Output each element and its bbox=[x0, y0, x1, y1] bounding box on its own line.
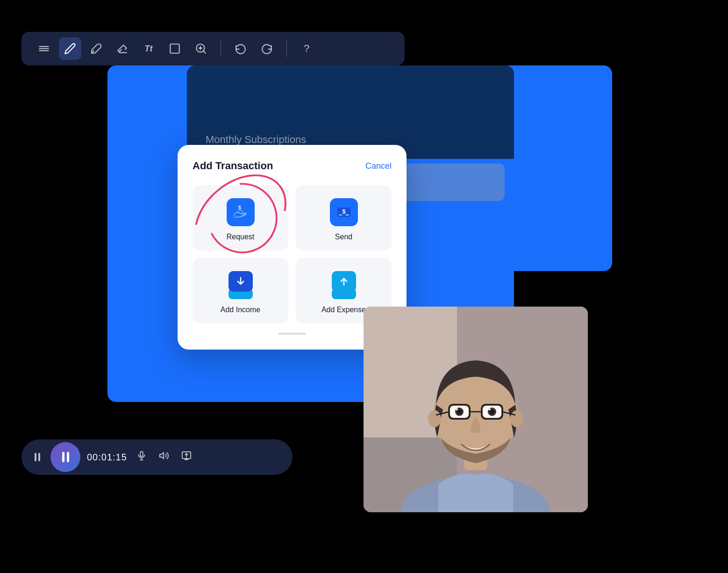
svg-point-24 bbox=[456, 408, 458, 410]
eraser-tool-button[interactable] bbox=[111, 37, 134, 60]
add-expense-label: Add Expense bbox=[321, 306, 366, 314]
undo-button[interactable] bbox=[229, 37, 252, 60]
svg-text:$: $ bbox=[238, 205, 241, 210]
svg-rect-9 bbox=[233, 213, 236, 217]
svg-rect-34 bbox=[140, 451, 143, 457]
monthly-subscriptions-title: Monthly Subscriptions bbox=[206, 134, 306, 146]
brush-tool-button[interactable] bbox=[85, 37, 107, 60]
svg-line-6 bbox=[203, 51, 206, 53]
request-icon-box: $ bbox=[227, 198, 255, 226]
zoom-tool-button[interactable] bbox=[190, 37, 212, 60]
svg-point-20 bbox=[510, 410, 523, 427]
microphone-button[interactable] bbox=[134, 448, 150, 466]
playback-timestamp: 00:01:15 bbox=[87, 452, 127, 463]
speaker-icon bbox=[159, 451, 169, 461]
income-icon-top bbox=[228, 271, 253, 292]
add-expense-icon-container bbox=[329, 271, 359, 299]
divider-1 bbox=[221, 40, 221, 57]
speaker-button[interactable] bbox=[156, 448, 172, 466]
scroll-indicator bbox=[278, 333, 306, 335]
mini-pause-button[interactable] bbox=[29, 449, 46, 466]
svg-point-27 bbox=[490, 409, 494, 414]
svg-point-19 bbox=[428, 410, 441, 427]
microphone-icon bbox=[136, 451, 147, 461]
cancel-button[interactable]: Cancel bbox=[365, 161, 392, 171]
request-option[interactable]: $ Request bbox=[193, 185, 288, 251]
modal-title: Add Transaction bbox=[193, 160, 273, 172]
pause-bar-2 bbox=[67, 452, 69, 462]
presenter-illustration bbox=[364, 307, 588, 512]
presenter-video bbox=[364, 307, 588, 512]
pause-icon bbox=[62, 452, 69, 462]
svg-rect-4 bbox=[170, 44, 179, 53]
modal-header: Add Transaction Cancel bbox=[193, 160, 392, 172]
pause-bar-1 bbox=[62, 452, 64, 462]
circle-annotation bbox=[186, 179, 295, 257]
add-income-option[interactable]: Add Income bbox=[193, 258, 288, 323]
playback-bar: 00:01:15 bbox=[21, 439, 293, 475]
request-label: Request bbox=[227, 233, 255, 241]
svg-marker-37 bbox=[160, 453, 164, 459]
pause-bar-left bbox=[35, 453, 36, 461]
pause-bar-right bbox=[38, 453, 40, 461]
redo-button[interactable] bbox=[256, 37, 278, 60]
send-label: Send bbox=[335, 233, 352, 241]
share-screen-button[interactable] bbox=[178, 448, 194, 466]
svg-point-28 bbox=[489, 408, 491, 410]
send-icon: $ bbox=[335, 204, 352, 221]
send-option[interactable]: $ Send bbox=[296, 185, 392, 251]
send-icon-box: $ bbox=[330, 198, 358, 226]
svg-point-23 bbox=[457, 409, 462, 414]
drag-tool-button[interactable] bbox=[33, 37, 55, 60]
svg-text:$: $ bbox=[342, 208, 346, 215]
add-income-label: Add Income bbox=[221, 306, 260, 314]
expense-icon-top bbox=[332, 271, 356, 292]
share-screen-icon bbox=[181, 451, 192, 461]
main-play-pause-button[interactable] bbox=[50, 442, 80, 472]
divider-2 bbox=[286, 40, 287, 57]
add-income-icon-container bbox=[226, 271, 256, 299]
text-tool-button[interactable]: Tt bbox=[137, 37, 160, 60]
modal-options-grid: $ Request $ Send bbox=[193, 185, 392, 323]
pen-tool-button[interactable] bbox=[59, 37, 81, 60]
arrow-down-icon bbox=[235, 276, 246, 287]
annotation-toolbar: Tt ? bbox=[21, 32, 405, 65]
request-icon: $ bbox=[232, 204, 249, 221]
shape-tool-button[interactable] bbox=[164, 37, 186, 60]
help-button[interactable]: ? bbox=[295, 37, 318, 60]
arrow-up-icon bbox=[338, 276, 350, 287]
